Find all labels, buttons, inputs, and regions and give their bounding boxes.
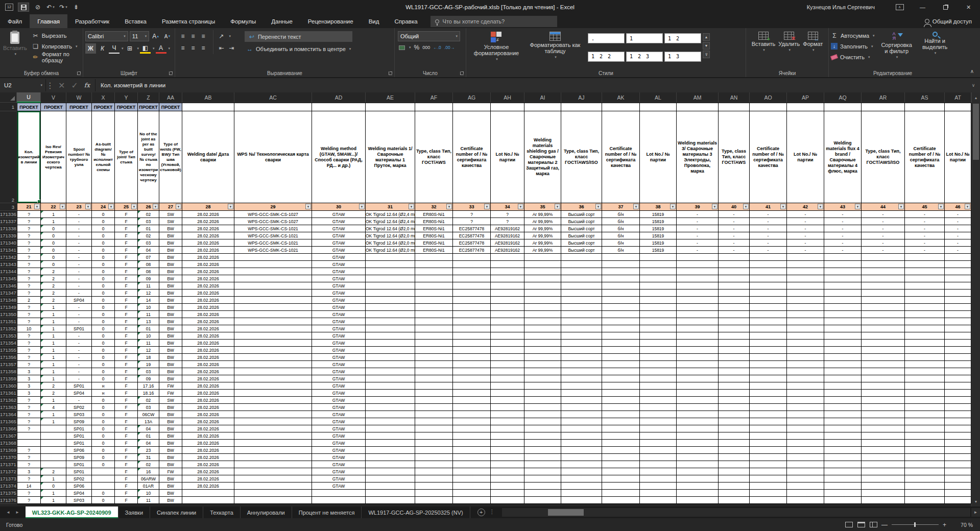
- cell-AB-171364[interactable]: 28.02.2026: [182, 411, 234, 418]
- cell-AP-171349[interactable]: [787, 304, 824, 311]
- cell-AI-171342[interactable]: [524, 254, 561, 261]
- cell-Y-171376[interactable]: F: [115, 497, 138, 504]
- cell-AR-171371[interactable]: [862, 461, 905, 468]
- format-painter-button[interactable]: ✏Формат по образцу: [30, 52, 83, 62]
- cell-AK-171367[interactable]: [602, 432, 640, 440]
- cell-AT-171360[interactable]: [945, 382, 971, 390]
- cell-AH-171366[interactable]: [491, 425, 524, 432]
- cell-AA-171356[interactable]: BW: [159, 354, 182, 361]
- cell-AS-171371[interactable]: [905, 461, 945, 468]
- cell-AK-171337[interactable]: б/н: [602, 218, 640, 225]
- cell-V-171371[interactable]: [41, 461, 66, 468]
- cell-AO-171358[interactable]: [750, 368, 787, 375]
- cell-AL-171364[interactable]: [640, 411, 677, 418]
- cell-U-171351[interactable]: ?: [17, 318, 41, 325]
- cell-Z-171361[interactable]: 18.16: [138, 390, 159, 397]
- cell-AL-171372[interactable]: [640, 468, 677, 475]
- align-left-icon[interactable]: ≡: [179, 44, 186, 52]
- filter-cell-41[interactable]: 41▼: [750, 203, 787, 211]
- cell-AR-171362[interactable]: [862, 397, 905, 404]
- cell-AR-171364[interactable]: [862, 411, 905, 418]
- cell-X-171338[interactable]: 0: [92, 225, 115, 232]
- cell-U-171346[interactable]: ?: [17, 282, 41, 289]
- cell-AG-171354[interactable]: [453, 340, 491, 347]
- cell-AH-171338[interactable]: AE92819162: [491, 225, 524, 232]
- cell-AB-171344[interactable]: 28.02.2026: [182, 268, 234, 275]
- cell-AK-171360[interactable]: [602, 382, 640, 390]
- cell-V-171368[interactable]: [41, 440, 66, 447]
- cell-AD-171339[interactable]: GTAW: [312, 232, 366, 239]
- cell-AQ-171365[interactable]: [824, 418, 862, 425]
- cell-AI-171373[interactable]: [524, 475, 561, 482]
- cell-AI-171340[interactable]: Ar 99,99%: [524, 239, 561, 247]
- column-letter-AT[interactable]: AT: [945, 92, 971, 103]
- project-cell-AH[interactable]: [491, 103, 524, 111]
- cell-AA-171367[interactable]: BW: [159, 432, 182, 440]
- cell-AS-171338[interactable]: -: [905, 225, 945, 232]
- font-color-button[interactable]: А: [156, 43, 166, 54]
- cell-AF-171352[interactable]: [415, 325, 453, 332]
- cell-AD-171350[interactable]: GTAW: [312, 311, 366, 318]
- column-header-Z[interactable]: No of the joint as per as built survey/ …: [138, 111, 159, 203]
- cell-Z-171347[interactable]: 12: [138, 289, 159, 297]
- filter-dropdown-button[interactable]: ▼: [484, 204, 490, 209]
- cell-AA-171374[interactable]: BW: [159, 482, 182, 490]
- cell-AK-171366[interactable]: [602, 425, 640, 432]
- cell-AH-171343[interactable]: [491, 261, 524, 268]
- cell-AO-171348[interactable]: [750, 297, 787, 304]
- filter-cell-45[interactable]: 45▼: [905, 203, 945, 211]
- cell-AE-171362[interactable]: [366, 397, 415, 404]
- cell-AJ-171353[interactable]: [561, 332, 602, 340]
- cell-AO-171371[interactable]: [750, 461, 787, 468]
- cell-AI-171366[interactable]: [524, 425, 561, 432]
- cell-AN-171349[interactable]: [719, 304, 750, 311]
- cell-AQ-171343[interactable]: [824, 261, 862, 268]
- cell-AC-171348[interactable]: [234, 297, 312, 304]
- cell-AG-171350[interactable]: [453, 311, 491, 318]
- cell-X-171375[interactable]: 0: [92, 490, 115, 497]
- sheet-tab-Синапек линии[interactable]: Синапек линии: [150, 506, 203, 518]
- cell-AK-171350[interactable]: [602, 311, 640, 318]
- cell-AM-171355[interactable]: [677, 347, 719, 354]
- cell-AA-171341[interactable]: BW: [159, 247, 182, 254]
- cell-AG-171361[interactable]: [453, 390, 491, 397]
- cell-AK-171354[interactable]: [602, 340, 640, 347]
- cell-AR-171348[interactable]: [862, 297, 905, 304]
- cell-AF-171354[interactable]: [415, 340, 453, 347]
- cell-U-171344[interactable]: ?: [17, 268, 41, 275]
- cell-AK-171340[interactable]: б/н: [602, 239, 640, 247]
- cell-AH-171364[interactable]: [491, 411, 524, 418]
- cell-AB-171340[interactable]: 28.02.2026: [182, 239, 234, 247]
- cell-AE-171373[interactable]: [366, 475, 415, 482]
- cell-AP-171374[interactable]: [787, 482, 824, 490]
- cell-AA-171355[interactable]: BW: [159, 347, 182, 354]
- cell-Z-171340[interactable]: 03: [138, 239, 159, 247]
- cell-AI-171350[interactable]: [524, 311, 561, 318]
- project-cell-AG[interactable]: [453, 103, 491, 111]
- cell-AP-171370[interactable]: [787, 454, 824, 461]
- cell-AJ-171348[interactable]: [561, 297, 602, 304]
- cell-AK-171339[interactable]: б/н: [602, 232, 640, 239]
- cell-AI-171357[interactable]: [524, 361, 561, 368]
- cell-Z-171353[interactable]: 10: [138, 332, 159, 340]
- cell-AN-171366[interactable]: [719, 425, 750, 432]
- cell-AK-171338[interactable]: б/н: [602, 225, 640, 232]
- cell-AE-171363[interactable]: [366, 404, 415, 411]
- cell-AA-171336[interactable]: SW: [159, 211, 182, 218]
- cell-AH-171347[interactable]: [491, 289, 524, 297]
- cell-AJ-171374[interactable]: [561, 482, 602, 490]
- ribbon-tab-Файл[interactable]: Файл: [0, 14, 30, 28]
- cell-AT-171346[interactable]: [945, 282, 971, 289]
- cell-AK-171346[interactable]: [602, 282, 640, 289]
- cell-AC-171338[interactable]: WPS-GCC-SMK-CS-1021: [234, 225, 312, 232]
- cell-AP-171343[interactable]: [787, 261, 824, 268]
- formula-input[interactable]: Кол. изометрий в линии: [95, 82, 967, 88]
- account-name[interactable]: Кузнецов Илья Сергеевич: [807, 4, 875, 10]
- expand-formula-bar-button[interactable]: ∨: [967, 83, 980, 88]
- cell-AR-171360[interactable]: [862, 382, 905, 390]
- column-header-AD[interactable]: Welding method (GTAW, SMAW...)/ Способ с…: [312, 111, 366, 203]
- cell-AP-171348[interactable]: [787, 297, 824, 304]
- cell-Y-171345[interactable]: F: [115, 275, 138, 282]
- vertical-scrollbar[interactable]: ▲ ▼: [971, 92, 980, 506]
- row-header-171370[interactable]: 171370: [0, 454, 17, 461]
